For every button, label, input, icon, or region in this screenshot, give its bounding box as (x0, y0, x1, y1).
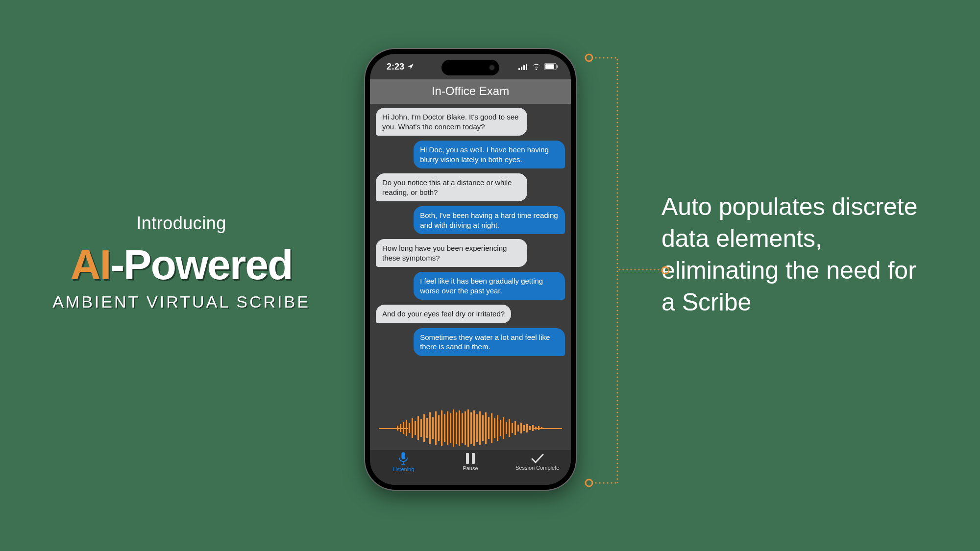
bottom-bar: Listening Pause Session Complete (370, 450, 571, 485)
svg-rect-42 (473, 410, 475, 446)
svg-rect-15 (557, 65, 558, 68)
session-complete-button[interactable]: Session Complete (508, 454, 567, 471)
chat-transcript[interactable]: Hi John, I'm Doctor Blake. It's good to … (370, 104, 571, 406)
svg-rect-17 (400, 424, 401, 432)
svg-rect-14 (545, 64, 554, 69)
svg-rect-22 (415, 421, 416, 435)
svg-rect-29 (435, 411, 437, 445)
svg-rect-41 (470, 412, 472, 444)
chat-bubble-doctor: Do you notice this at a distance or whil… (376, 173, 527, 201)
title-powered: -Powered (110, 241, 292, 288)
svg-rect-55 (512, 423, 513, 433)
phone-screen: 2:23 (370, 54, 571, 485)
svg-rect-27 (429, 412, 431, 444)
svg-rect-12 (526, 64, 527, 70)
svg-rect-40 (467, 409, 469, 447)
title-intro: Introducing (39, 213, 323, 234)
description-text: Auto populates discrete data elements, e… (662, 191, 936, 318)
title-subtitle: AMBIENT VIRTUAL SCRIBE (39, 292, 323, 311)
status-time: 2:23 (387, 62, 404, 72)
svg-point-6 (586, 479, 592, 486)
audio-waveform (370, 406, 571, 450)
svg-rect-23 (417, 416, 419, 440)
svg-rect-46 (485, 412, 487, 444)
svg-rect-4 (616, 58, 618, 483)
app-header: In-Office Exam (370, 79, 571, 104)
title-ai: AI (70, 241, 110, 288)
svg-rect-3 (592, 57, 617, 59)
svg-rect-9 (518, 68, 520, 70)
status-left: 2:23 (387, 62, 414, 72)
pause-label: Pause (463, 465, 478, 471)
svg-rect-24 (420, 419, 422, 437)
svg-rect-64 (538, 426, 539, 430)
svg-rect-5 (592, 482, 617, 484)
chat-bubble-doctor: And do your eyes feel dry or irritated? (376, 305, 511, 323)
chat-bubble-patient: Sometimes they water a lot and feel like… (414, 328, 565, 356)
svg-rect-19 (406, 420, 407, 436)
connector-bracket (583, 55, 666, 486)
chat-bubble-patient: I feel like it has been gradually gettin… (414, 272, 565, 300)
checkmark-icon (531, 454, 544, 463)
svg-rect-25 (423, 414, 425, 442)
listening-button[interactable]: Listening (374, 452, 433, 472)
chat-bubble-doctor: How long have you been experiencing thes… (376, 239, 527, 267)
svg-rect-66 (402, 452, 405, 459)
svg-rect-60 (526, 424, 528, 432)
chat-bubble-patient: Both, I've been having a hard time readi… (414, 206, 565, 234)
svg-rect-39 (465, 411, 466, 445)
svg-rect-45 (482, 415, 484, 441)
svg-rect-59 (523, 425, 525, 431)
svg-rect-47 (488, 417, 490, 439)
svg-rect-38 (462, 413, 463, 443)
svg-rect-61 (529, 426, 531, 430)
svg-rect-16 (397, 426, 398, 431)
microphone-icon (398, 452, 409, 465)
dynamic-island (441, 60, 499, 75)
svg-rect-53 (506, 422, 507, 434)
title-block: Introducing AI-Powered AMBIENT VIRTUAL S… (39, 213, 323, 311)
location-icon (407, 63, 414, 70)
svg-rect-26 (426, 418, 428, 438)
svg-point-2 (586, 54, 592, 61)
cellular-icon (518, 64, 528, 70)
svg-rect-21 (412, 418, 413, 438)
svg-rect-36 (456, 412, 457, 444)
svg-rect-57 (517, 425, 519, 431)
svg-rect-10 (521, 67, 522, 70)
session-complete-label: Session Complete (515, 465, 559, 471)
svg-rect-44 (479, 411, 481, 445)
svg-rect-51 (500, 420, 501, 436)
svg-rect-28 (432, 417, 434, 439)
svg-rect-48 (491, 413, 492, 443)
svg-rect-58 (520, 423, 522, 433)
svg-rect-32 (444, 414, 445, 442)
svg-rect-67 (466, 453, 469, 464)
svg-rect-62 (532, 425, 534, 431)
svg-rect-50 (497, 415, 498, 441)
svg-rect-7 (618, 269, 662, 271)
pause-icon (466, 453, 475, 464)
svg-rect-33 (447, 411, 448, 445)
battery-icon (544, 63, 558, 70)
svg-rect-56 (514, 421, 516, 435)
wifi-icon (532, 63, 541, 70)
phone-frame: 2:23 (365, 49, 576, 490)
svg-rect-31 (441, 410, 442, 446)
svg-rect-20 (409, 423, 410, 433)
svg-rect-49 (494, 418, 495, 438)
svg-rect-37 (459, 410, 460, 446)
svg-rect-34 (450, 413, 451, 443)
svg-rect-43 (476, 414, 478, 442)
svg-rect-52 (503, 417, 504, 439)
chat-bubble-patient: Hi Doc, you as well. I have been having … (414, 141, 565, 168)
chat-bubble-doctor: Hi John, I'm Doctor Blake. It's good to … (376, 108, 527, 136)
svg-rect-63 (535, 427, 537, 430)
svg-rect-35 (453, 409, 454, 447)
status-right (518, 63, 558, 70)
pause-button[interactable]: Pause (441, 453, 500, 471)
svg-rect-11 (523, 65, 525, 70)
title-main: AI-Powered (39, 243, 323, 286)
listening-label: Listening (392, 466, 414, 472)
svg-rect-18 (403, 422, 404, 434)
